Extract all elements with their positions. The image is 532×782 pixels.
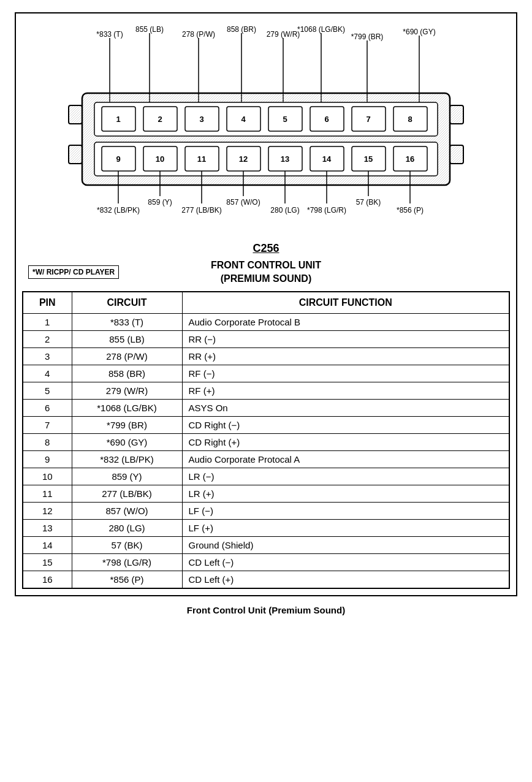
circuit-function: LR (+) [182,485,509,502]
svg-rect-68 [69,145,82,164]
svg-text:13: 13 [281,154,289,164]
svg-text:12: 12 [239,154,248,164]
table-row: 13280 (LG)LF (+) [23,519,509,536]
table-row: 1457 (BK)Ground (Shield) [23,536,509,553]
svg-text:11: 11 [197,154,206,164]
circuit-function: RR (+) [182,347,509,365]
header-area: *W/ RICPP/ CD PLAYER FRONT CONTROL UNIT … [22,259,510,286]
svg-rect-69 [450,105,463,124]
table-header-row: PIN CIRCUIT CIRCUIT FUNCTION [23,292,509,314]
circuit-value: *832 (LB/PK) [72,450,182,468]
table-row: 15*798 (LG/R)CD Left (−) [23,553,509,571]
circuit-value: 279 (W/R) [72,382,182,399]
circuit-function: Audio Corporate Protocal B [182,313,509,330]
circuit-function: RF (+) [182,382,509,399]
table-row: 7*799 (BR)CD Right (−) [23,416,509,433]
main-container: *833 (T) 855 (LB) 278 (P/W) 858 (BR) 279… [15,12,517,596]
pin-number: 3 [23,347,72,365]
svg-text:14: 14 [322,154,332,164]
table-row: 9*832 (LB/PK)Audio Corporate Protocal A [23,450,509,468]
circuit-value: 277 (LB/BK) [72,485,182,502]
connector-diagram: *833 (T) 855 (LB) 278 (P/W) 858 (BR) 279… [58,26,474,234]
svg-text:7: 7 [366,115,370,124]
ricpp-badge: *W/ RICPP/ CD PLAYER [28,265,119,279]
circuit-value: *833 (T) [72,313,182,330]
svg-text:*799 (BR): *799 (BR) [351,32,384,41]
svg-text:2: 2 [158,115,162,124]
table-body: 1*833 (T)Audio Corporate Protocal B2855 … [23,313,509,588]
circuit-value: 858 (BR) [72,365,182,382]
circuit-function: LR (−) [182,468,509,485]
svg-text:857 (W/O): 857 (W/O) [226,198,260,207]
svg-text:*856 (P): *856 (P) [397,206,424,214]
table-row: 2855 (LB)RR (−) [23,330,509,347]
circuit-function: ASYS On [182,399,509,416]
table-row: 12857 (W/O)LF (−) [23,502,509,519]
svg-text:1: 1 [116,115,120,124]
pin-number: 8 [23,433,72,450]
svg-text:15: 15 [364,154,373,164]
svg-text:16: 16 [406,154,414,164]
circuit-value: *690 (GY) [72,433,182,450]
pin-number: 4 [23,365,72,382]
table-row: 3278 (P/W)RR (+) [23,347,509,365]
pin-number: 15 [23,553,72,571]
pin-number: 5 [23,382,72,399]
col-function-header: CIRCUIT FUNCTION [182,292,509,314]
circuit-value: *856 (P) [72,571,182,588]
unit-title-line2: (PREMIUM SOUND) [211,272,321,286]
svg-text:280 (LG): 280 (LG) [270,206,299,214]
circuit-value: *798 (LG/R) [72,553,182,571]
table-row: 16*856 (P)CD Left (+) [23,571,509,588]
circuit-value: 859 (Y) [72,468,182,485]
connector-id-label: C256 [22,242,510,255]
svg-text:4: 4 [241,115,246,124]
circuit-value: 280 (LG) [72,519,182,536]
circuit-function: CD Left (−) [182,553,509,571]
svg-text:858 (BR): 858 (BR) [227,26,256,34]
circuit-value: *799 (BR) [72,416,182,433]
table-row: 11277 (LB/BK)LR (+) [23,485,509,502]
unit-title: FRONT CONTROL UNIT (PREMIUM SOUND) [211,259,321,286]
svg-text:*1068 (LG/BK): *1068 (LG/BK) [297,26,345,34]
svg-text:*832 (LB/PK): *832 (LB/PK) [97,206,140,214]
table-row: 1*833 (T)Audio Corporate Protocal B [23,313,509,330]
circuit-function: Audio Corporate Protocal A [182,450,509,468]
pin-number: 1 [23,313,72,330]
pin-number: 6 [23,399,72,416]
svg-text:*833 (T): *833 (T) [96,30,123,39]
pin-number: 2 [23,330,72,347]
circuit-function: Ground (Shield) [182,536,509,553]
col-pin-header: PIN [23,292,72,314]
svg-text:6: 6 [324,115,329,124]
diagram-area: *833 (T) 855 (LB) 278 (P/W) 858 (BR) 279… [22,20,510,237]
footer-text: Front Control Unit (Premium Sound) [187,605,345,615]
circuit-function: CD Right (+) [182,433,509,450]
svg-text:10: 10 [156,154,164,164]
svg-text:855 (LB): 855 (LB) [135,26,164,34]
svg-text:57 (BK): 57 (BK) [356,198,381,207]
circuit-value: 278 (P/W) [72,347,182,365]
pin-number: 12 [23,502,72,519]
svg-text:277 (LB/BK): 277 (LB/BK) [181,206,221,214]
svg-text:*798 (LG/R): *798 (LG/R) [307,206,346,214]
circuit-function: RF (−) [182,365,509,382]
pin-number: 13 [23,519,72,536]
connector-svg: *833 (T) 855 (LB) 278 (P/W) 858 (BR) 279… [58,26,474,234]
svg-text:5: 5 [283,115,287,124]
circuit-function: CD Right (−) [182,416,509,433]
circuit-function: LF (−) [182,502,509,519]
pin-number: 14 [23,536,72,553]
pin-number: 16 [23,571,72,588]
svg-text:3: 3 [199,115,203,124]
circuit-value: *1068 (LG/BK) [72,399,182,416]
pin-number: 11 [23,485,72,502]
col-circuit-header: CIRCUIT [72,292,182,314]
svg-text:278 (P/W): 278 (P/W) [182,30,215,39]
svg-text:8: 8 [408,115,412,124]
table-row: 5279 (W/R)RF (+) [23,382,509,399]
svg-text:859 (Y): 859 (Y) [148,198,172,207]
table-row: 10859 (Y)LR (−) [23,468,509,485]
circuit-value: 57 (BK) [72,536,182,553]
circuit-function: RR (−) [182,330,509,347]
